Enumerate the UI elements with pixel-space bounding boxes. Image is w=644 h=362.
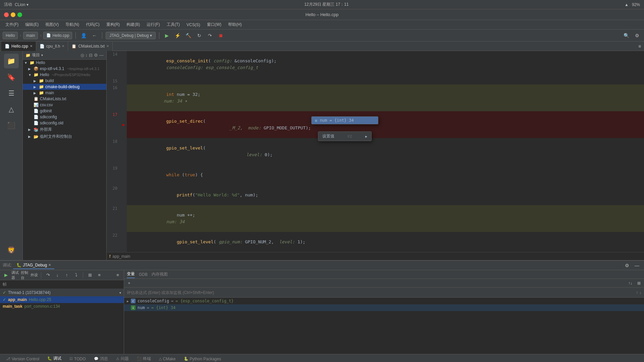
- sidebar-terminal-icon[interactable]: ⬛: [4, 118, 19, 133]
- thread-select[interactable]: ✓ Thread-1 (1073438744) ▾: [0, 289, 124, 296]
- close-button[interactable]: [4, 12, 9, 17]
- vars-tab-gdb[interactable]: GDB: [139, 272, 148, 278]
- step-into-btn[interactable]: ↓: [53, 271, 61, 279]
- vars-tab-memory[interactable]: 内存视图: [152, 271, 168, 278]
- maximize-button[interactable]: [17, 12, 22, 17]
- more-btn[interactable]: ≡: [114, 271, 122, 279]
- bottom-tab-problems[interactable]: ⚠ 问题: [113, 355, 132, 362]
- tab-cmakelists-close[interactable]: ✕: [106, 44, 109, 48]
- tree-temp-files[interactable]: ▶ 📂 临时文件和控制台: [23, 133, 106, 140]
- tree-cmake-build-debug[interactable]: ▶ 📁 cmake-build-debug: [23, 84, 106, 90]
- menu-view[interactable]: 视图(V): [43, 21, 61, 28]
- search-icon-btn[interactable]: 🔍: [622, 31, 631, 40]
- activities-label[interactable]: 活动: [4, 2, 12, 7]
- expression-field[interactable]: [127, 290, 633, 295]
- build-button[interactable]: 🔨: [184, 31, 193, 40]
- vars-tab-variables[interactable]: 变量: [127, 270, 135, 278]
- debug-tab-close-icon[interactable]: ✕: [48, 263, 51, 267]
- menu-help[interactable]: 帮助(H): [225, 21, 245, 28]
- tree-settings-icon[interactable]: ⚙: [94, 53, 98, 58]
- main-breadcrumb[interactable]: main: [23, 32, 38, 39]
- ac-item-num[interactable]: ■ num = {int} 34: [312, 117, 378, 124]
- menu-build[interactable]: 构建(B): [124, 21, 143, 28]
- settings-icon-btn[interactable]: ⚙: [633, 31, 641, 40]
- sidebar-project-icon[interactable]: 📁: [4, 54, 19, 68]
- autocomplete-popup[interactable]: ■ num = {int} 34: [311, 116, 378, 124]
- run-button[interactable]: ▶: [163, 31, 171, 40]
- cm-set-value[interactable]: 设置值 F2 ▸: [318, 132, 371, 141]
- context-menu[interactable]: 设置值 F2 ▸: [318, 131, 372, 141]
- file-breadcrumb[interactable]: 📄 Hello.cpp: [43, 32, 72, 39]
- bottom-tab-todo[interactable]: ☑ TODO: [66, 356, 89, 362]
- git-icon-btn[interactable]: 👤: [79, 31, 88, 40]
- sidebar-bookmark-icon[interactable]: 🔖: [4, 70, 19, 84]
- bottom-tab-python[interactable]: 🐍 Python Packages: [180, 356, 224, 362]
- tree-root-hello[interactable]: ▼ 📁 Hello: [23, 60, 106, 66]
- expand-all-btn[interactable]: ⊞: [635, 280, 643, 287]
- run-config-dropdown[interactable]: JTAG_Debug | Debug ▾: [106, 32, 155, 39]
- frame-app-main[interactable]: ✓ app_main Hello.cpp:25: [0, 296, 124, 303]
- project-dropdown-icon[interactable]: ▾: [41, 53, 43, 57]
- menu-tools[interactable]: 工具(T): [164, 21, 182, 28]
- step-over-dbg-btn[interactable]: ↷: [44, 271, 52, 279]
- debug-tab-jtag[interactable]: 🐛 JTAG_Debug ✕: [13, 262, 54, 269]
- sidebar-cmake-icon[interactable]: △: [4, 102, 19, 117]
- var-console-config[interactable]: ▶ c consoleConfig = = {esp_console_confi…: [124, 298, 644, 304]
- expr-down-icon[interactable]: ↓: [639, 290, 641, 295]
- tree-sdkconfig-old[interactable]: 📄 sdkconfig.old: [23, 120, 106, 126]
- tree-external-libs[interactable]: ▶ 📚 外部库: [23, 126, 106, 133]
- back-icon-btn[interactable]: ←: [90, 31, 99, 40]
- tree-csv-csv[interactable]: 📊 csv.csv: [23, 102, 106, 108]
- expr-up-icon[interactable]: ↑: [636, 290, 638, 295]
- tree-gdbinit[interactable]: 📄 gdbinit: [23, 108, 106, 114]
- tab-list-icon[interactable]: ≡: [635, 42, 644, 51]
- tree-main[interactable]: ▶ 📁 main: [23, 90, 106, 96]
- debug-run-button[interactable]: ⚡: [173, 31, 182, 40]
- code-scroll-area[interactable]: 14 esp_console_init( config: &consoleCon…: [107, 51, 644, 260]
- bottom-tab-vcs[interactable]: ⎇ Version Control: [3, 356, 43, 362]
- frame-list-btn[interactable]: ≡: [95, 271, 103, 279]
- var-num[interactable]: i num = = {int} 34: [124, 304, 644, 311]
- bottom-tab-messages[interactable]: 💬 消息: [91, 355, 111, 362]
- refresh-button[interactable]: ↻: [195, 31, 204, 40]
- minimize-button[interactable]: [11, 12, 15, 17]
- tree-esp-idf[interactable]: ▶ 📦 esp-idf-v4.3.1 ~/esp/esp-idf-v4.3.1: [23, 66, 106, 72]
- run-to-cursor-btn[interactable]: ⤵: [72, 271, 80, 279]
- menu-edit[interactable]: 编辑(E): [22, 21, 41, 28]
- console-btn[interactable]: 控制台: [21, 271, 29, 279]
- menu-run[interactable]: 运行(F): [144, 21, 162, 28]
- tab-cmakelists[interactable]: 📋 CMakeLists.txt ✕: [68, 42, 113, 51]
- frame-main-task[interactable]: main_task port_common.c:134: [0, 303, 124, 310]
- tree-expand-icon[interactable]: ↕: [86, 53, 88, 58]
- tree-collapse-icon[interactable]: ⊟: [89, 53, 93, 58]
- frame-grid-btn[interactable]: ⊞: [86, 271, 94, 279]
- menu-navigate[interactable]: 导航(N): [63, 21, 82, 28]
- tree-close-icon[interactable]: —: [99, 53, 104, 58]
- tab-cpu-ll-h[interactable]: 📄 cpu_ll.h ✕: [36, 42, 68, 51]
- sidebar-clion-icon[interactable]: 🦁: [4, 243, 19, 257]
- debug-settings-icon[interactable]: ⚙: [623, 261, 631, 270]
- bottom-tab-terminal[interactable]: ⬛ 终端: [133, 355, 154, 362]
- bottom-tab-cmake[interactable]: △ CMake: [156, 356, 179, 362]
- bottom-tab-debug[interactable]: 🐛 调试: [44, 355, 65, 362]
- stop-button[interactable]: ⏹: [216, 31, 225, 40]
- tree-cmakelists-txt[interactable]: 📋 CMakeLists.txt: [23, 96, 106, 102]
- menu-refactor[interactable]: 重构(R): [104, 21, 123, 28]
- tab-hello-cpp[interactable]: 📄 Hello.cpp ✕: [1, 42, 36, 51]
- tree-locate-icon[interactable]: ◎: [80, 53, 84, 58]
- menu-code[interactable]: 代码(C): [83, 21, 102, 28]
- menu-vcs[interactable]: VCS(S): [184, 21, 203, 28]
- tab-cpu-ll-h-close[interactable]: ✕: [62, 44, 64, 48]
- tree-build[interactable]: ▶ 📁 build: [23, 78, 106, 84]
- step-out-btn[interactable]: ↑: [63, 271, 71, 279]
- app-name-label[interactable]: CLion ▾: [15, 2, 29, 7]
- menu-file[interactable]: 文件(F): [3, 21, 21, 28]
- expression-input-area[interactable]: ↑ ↓: [124, 288, 644, 298]
- tab-hello-cpp-close[interactable]: ✕: [30, 44, 33, 48]
- step-over-button[interactable]: ↷: [206, 31, 214, 40]
- tree-sdkconfig[interactable]: 📄 sdkconfig: [23, 114, 106, 120]
- copy-vars-btn[interactable]: ↑↓: [627, 280, 634, 287]
- peripheral-btn[interactable]: 外设: [30, 271, 38, 279]
- menu-window[interactable]: 窗口(W): [204, 21, 224, 28]
- code-editor[interactable]: 14 esp_console_init( config: &consoleCon…: [107, 51, 644, 260]
